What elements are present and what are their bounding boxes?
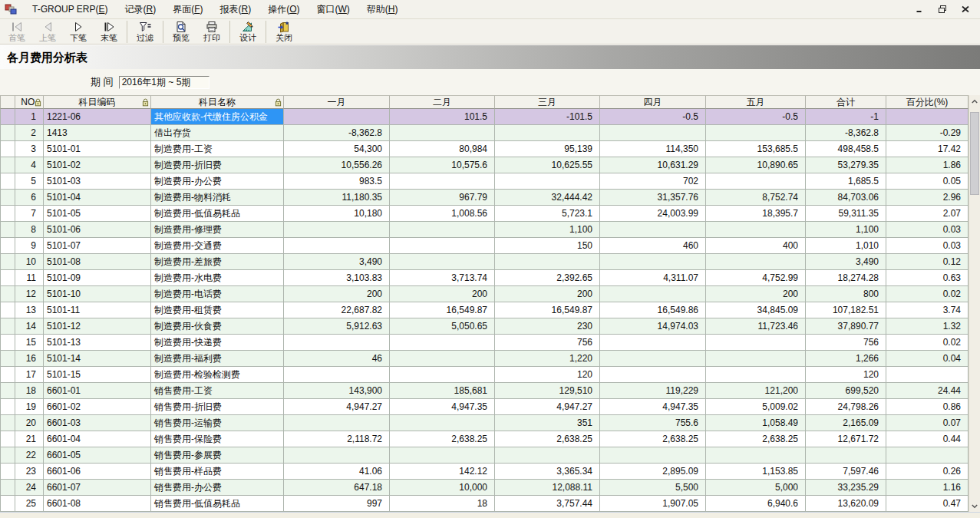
cell-value[interactable]: 143,900: [284, 383, 390, 399]
row-indicator[interactable]: [0, 399, 15, 415]
cell-code[interactable]: 6601-08: [44, 496, 151, 512]
cell-name[interactable]: 制造费用-工资: [151, 141, 284, 157]
cell-value[interactable]: 756: [806, 335, 886, 351]
cell-value[interactable]: 5,009.02: [706, 399, 806, 415]
cell-value[interactable]: 0.07: [886, 415, 968, 431]
column-header[interactable]: 百分比(%): [886, 95, 968, 109]
cell-value[interactable]: 3,490: [806, 254, 886, 270]
cell-value[interactable]: 755.6: [600, 415, 706, 431]
cell-value[interactable]: [706, 351, 806, 367]
cell-value[interactable]: 1,008.56: [390, 206, 495, 222]
cell-name[interactable]: 制造费用-电话费: [151, 286, 284, 302]
cell-value[interactable]: 200: [390, 286, 495, 302]
cell-value[interactable]: 1,685.5: [806, 173, 886, 190]
cell-no[interactable]: 10: [15, 254, 44, 270]
cell-value[interactable]: [886, 447, 968, 464]
table-row[interactable]: 45101-02制造费用-折旧费10,556.2610,575.610,625.…: [0, 157, 968, 173]
row-indicator[interactable]: [0, 109, 15, 125]
cell-no[interactable]: 19: [15, 399, 44, 415]
cell-value[interactable]: 37,890.77: [806, 318, 886, 335]
minimize-button[interactable]: [914, 4, 925, 15]
cell-value[interactable]: 3,490: [284, 254, 390, 270]
cell-value[interactable]: 12,088.11: [495, 480, 600, 496]
cell-value[interactable]: 95,139: [495, 141, 600, 157]
cell-value[interactable]: 120: [495, 367, 600, 383]
cell-value[interactable]: -0.29: [886, 125, 968, 141]
cell-value[interactable]: 3.74: [886, 302, 968, 318]
next-record-button[interactable]: 下笔: [63, 20, 94, 43]
cell-value[interactable]: 4,311.07: [600, 270, 706, 286]
row-indicator[interactable]: [0, 367, 15, 383]
table-row[interactable]: 135101-11制造费用-租赁费22,687.8216,549.8716,54…: [0, 302, 968, 318]
exit-door-button[interactable]: 关闭: [269, 20, 299, 43]
cell-value[interactable]: 5,723.1: [495, 206, 600, 222]
cell-code[interactable]: 5101-03: [44, 173, 151, 190]
cell-value[interactable]: 5,500: [600, 480, 706, 496]
row-indicator[interactable]: [0, 431, 15, 447]
row-indicator[interactable]: [0, 447, 15, 464]
table-row[interactable]: 21413借出存货-8,362.8-8,362.8-0.29: [0, 125, 968, 141]
cell-value[interactable]: 2,638.25: [706, 431, 806, 447]
row-indicator[interactable]: [0, 302, 15, 318]
cell-value[interactable]: 2,638.25: [390, 431, 495, 447]
table-row[interactable]: 35101-01制造费用-工资54,30080,98495,139114,350…: [0, 141, 968, 157]
cell-value[interactable]: 80,984: [390, 141, 495, 157]
cell-value[interactable]: 18: [390, 496, 495, 512]
cell-value[interactable]: 33,235.29: [806, 480, 886, 496]
filter-button[interactable]: 过滤: [130, 20, 160, 43]
cell-code[interactable]: 1413: [44, 125, 151, 141]
cell-value[interactable]: 5,912.63: [284, 318, 390, 335]
cell-no[interactable]: 16: [15, 351, 44, 367]
cell-value[interactable]: 1,220: [495, 351, 600, 367]
cell-value[interactable]: [886, 367, 968, 383]
table-row[interactable]: 75101-05制造费用-低值易耗品10,1801,008.565,723.12…: [0, 206, 968, 222]
cell-value[interactable]: [390, 447, 495, 464]
cell-no[interactable]: 5: [15, 173, 44, 190]
table-row[interactable]: 206601-03销售费用-运输费351755.61,058.492,165.0…: [0, 415, 968, 431]
cell-value[interactable]: 0.03: [886, 222, 968, 238]
cell-value[interactable]: 84,703.06: [806, 190, 886, 206]
cell-name[interactable]: 制造费用-折旧费: [151, 157, 284, 173]
cell-value[interactable]: 1,100: [495, 222, 600, 238]
cell-value[interactable]: 1.16: [886, 480, 968, 496]
cell-value[interactable]: [284, 109, 390, 125]
cell-code[interactable]: 5101-12: [44, 318, 151, 335]
cell-value[interactable]: 0.26: [886, 464, 968, 480]
cell-value[interactable]: 4,947.35: [600, 399, 706, 415]
cell-value[interactable]: 4,752.99: [706, 270, 806, 286]
cell-value[interactable]: 10,890.65: [706, 157, 806, 173]
column-header[interactable]: 五月: [706, 95, 806, 109]
table-row[interactable]: 95101-07制造费用-交通费1504604001,0100.03: [0, 238, 968, 254]
cell-value[interactable]: 200: [495, 286, 600, 302]
print-button[interactable]: 打印: [196, 20, 227, 43]
cell-code[interactable]: 6601-02: [44, 399, 151, 415]
table-row[interactable]: 256601-08销售费用-低值易耗品997183,757.441,907.05…: [0, 496, 968, 512]
cell-value[interactable]: 121,200: [706, 383, 806, 399]
table-row[interactable]: 236601-06销售费用-样品费41.06142.123,365.342,89…: [0, 464, 968, 480]
row-indicator[interactable]: [0, 464, 15, 480]
prev-record-button[interactable]: 上笔: [32, 20, 63, 43]
cell-name[interactable]: 制造费用-检验检测费: [151, 367, 284, 383]
cell-name[interactable]: 制造费用-福利费: [151, 351, 284, 367]
cell-value[interactable]: 129,510: [495, 383, 600, 399]
cell-value[interactable]: 0.86: [886, 399, 968, 415]
cell-value[interactable]: 14,974.03: [600, 318, 706, 335]
cell-code[interactable]: 5101-01: [44, 141, 151, 157]
cell-value[interactable]: [284, 415, 390, 431]
cell-value[interactable]: 142.12: [390, 464, 495, 480]
row-indicator[interactable]: [0, 415, 15, 431]
menu-item[interactable]: 操作(O): [259, 0, 308, 18]
column-header[interactable]: 科目编码: [44, 95, 151, 109]
cell-value[interactable]: [284, 335, 390, 351]
cell-value[interactable]: 16,549.87: [390, 302, 495, 318]
cell-value[interactable]: 4,947.35: [390, 399, 495, 415]
cell-value[interactable]: 1,100: [806, 222, 886, 238]
column-header[interactable]: 二月: [390, 95, 495, 109]
cell-value[interactable]: 647.18: [284, 480, 390, 496]
table-row[interactable]: 175101-15制造费用-检验检测费120120: [0, 367, 968, 383]
cell-no[interactable]: 13: [15, 302, 44, 318]
cell-value[interactable]: 22,687.82: [284, 302, 390, 318]
cell-code[interactable]: 5101-14: [44, 351, 151, 367]
cell-value[interactable]: 0.63: [886, 270, 968, 286]
table-row[interactable]: 85101-06制造费用-修理费1,1001,1000.03: [0, 222, 968, 238]
